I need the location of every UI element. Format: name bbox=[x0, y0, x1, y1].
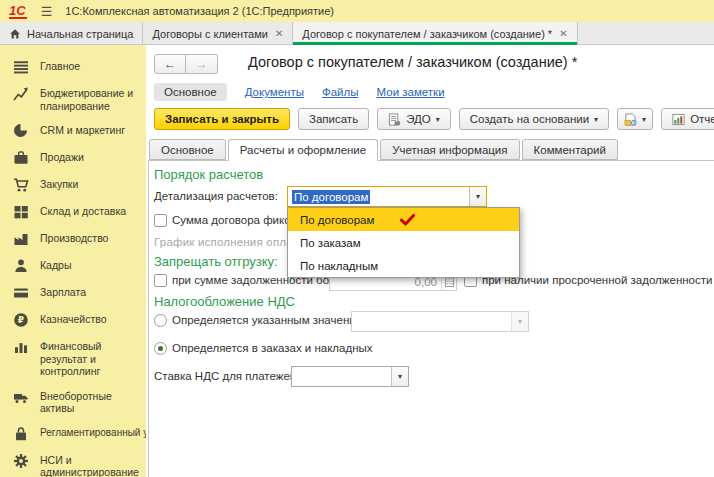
section-sidebar: Главное Бюджетирование и планирование CR… bbox=[0, 45, 146, 477]
dropdown-option-label: По заказам bbox=[300, 237, 361, 249]
tab-contracts-label: Договоры с клиентами bbox=[152, 28, 267, 40]
edo-button[interactable]: ЭДО ▾ bbox=[377, 108, 451, 130]
chevron-down-icon[interactable]: ▾ bbox=[511, 312, 528, 331]
back-button[interactable]: ← bbox=[154, 54, 186, 74]
nav-documents-link[interactable]: Документы bbox=[245, 86, 304, 98]
sales-icon bbox=[13, 150, 30, 166]
dropdown-option-label: По накладным bbox=[300, 260, 378, 272]
edo-label: ЭДО bbox=[406, 113, 431, 125]
sidebar-item-warehouse[interactable]: Склад и доставка bbox=[0, 199, 146, 226]
tab-contract-new[interactable]: Договор с покупателем / заказчиком (созд… bbox=[293, 22, 577, 45]
chevron-down-icon[interactable]: ▾ bbox=[391, 367, 408, 386]
vat-heading: Налогообложение НДС bbox=[154, 294, 295, 309]
sidebar-item-label: Казначейство bbox=[40, 313, 142, 326]
file-icon bbox=[624, 113, 637, 126]
main-content: ← → Договор с покупателем / заказчиком (… bbox=[146, 45, 714, 477]
nav-main[interactable]: Основное bbox=[154, 83, 227, 101]
production-icon bbox=[13, 231, 30, 247]
1c-logo: 1С bbox=[9, 4, 27, 19]
tab-home-label: Начальная страница bbox=[27, 28, 133, 40]
sidebar-item-admin[interactable]: НСИ и администрирование bbox=[0, 448, 146, 477]
vat-specified-radio-label: Определяется указанным значением bbox=[172, 314, 370, 326]
vat-in-orders-radio[interactable] bbox=[154, 342, 167, 355]
save-and-close-button[interactable]: Записать и закрыть bbox=[154, 108, 290, 130]
salary-icon bbox=[13, 285, 30, 301]
tab-calculations[interactable]: Расчеты и оформление bbox=[228, 139, 379, 161]
detail-label: Детализация расчетов: bbox=[154, 190, 278, 202]
tab-comment[interactable]: Комментарий bbox=[522, 139, 618, 160]
app-title: 1С:Комплексная автоматизация 2 (1С:Предп… bbox=[65, 5, 334, 17]
forward-button[interactable]: → bbox=[186, 54, 218, 74]
chevron-down-icon[interactable]: ▾ bbox=[469, 187, 486, 206]
sidebar-item-label: Производство bbox=[40, 232, 142, 245]
tab-accounting-info[interactable]: Учетная информация bbox=[380, 139, 519, 160]
sidebar-item-label: CRM и маркетинг bbox=[40, 124, 142, 137]
tab-contract-new-label: Договор с покупателем / заказчиком (созд… bbox=[302, 28, 552, 40]
reports-icon bbox=[672, 113, 685, 126]
sidebar-item-sales[interactable]: Продажи bbox=[0, 145, 146, 172]
detail-dropdown-list: По договорам По заказам По накладным bbox=[287, 207, 520, 278]
dropdown-option-by-contracts[interactable]: По договорам bbox=[288, 208, 519, 231]
sidebar-item-finresult[interactable]: Финансовый результат и контроллинг bbox=[0, 334, 146, 384]
form-toolbar: Записать и закрыть Записать ЭДО ▾ Создат… bbox=[154, 108, 714, 130]
sidebar-item-regaccounting[interactable]: Регламентированный учет bbox=[0, 421, 146, 448]
purchases-icon bbox=[13, 177, 30, 193]
vat-specified-combobox[interactable]: ▾ bbox=[351, 311, 529, 332]
form-nav: Основное Документы Файлы Мои заметки bbox=[154, 83, 445, 101]
tab-accounting-info-label: Учетная информация bbox=[392, 144, 507, 156]
tab-home[interactable]: Начальная страница bbox=[0, 22, 143, 45]
sidebar-item-label: Финансовый результат и контроллинг bbox=[40, 340, 142, 378]
sidebar-item-label: Бюджетирование и планирование bbox=[40, 87, 142, 112]
edo-document-icon bbox=[388, 113, 401, 126]
attach-file-button[interactable]: ▾ bbox=[617, 108, 653, 130]
home-icon bbox=[9, 28, 21, 40]
close-icon[interactable]: ✕ bbox=[275, 29, 283, 39]
tab-contracts[interactable]: Договоры с клиентами ✕ bbox=[143, 22, 293, 45]
sidebar-item-label: Главное bbox=[40, 60, 142, 73]
treasury-icon: ₽ bbox=[13, 312, 30, 328]
reports-button[interactable]: Отчеты ▾ bbox=[661, 108, 714, 130]
chevron-down-icon: ▾ bbox=[594, 115, 598, 124]
sidebar-item-label: НСИ и администрирование bbox=[40, 454, 142, 477]
chevron-down-icon: ▾ bbox=[642, 115, 646, 124]
title-bar: 1С ☰ 1С:Комплексная автоматизация 2 (1С:… bbox=[0, 0, 714, 22]
hr-icon bbox=[13, 258, 30, 274]
chevron-down-icon: ▾ bbox=[436, 115, 440, 124]
dropdown-option-label: По договорам bbox=[300, 214, 374, 226]
nav-notes-link[interactable]: Мои заметки bbox=[377, 86, 445, 98]
assets-icon bbox=[13, 389, 30, 405]
close-icon[interactable]: ✕ bbox=[559, 29, 567, 39]
sidebar-item-treasury[interactable]: ₽ Казначейство bbox=[0, 307, 146, 334]
sidebar-item-production[interactable]: Производство bbox=[0, 226, 146, 253]
fixed-sum-checkbox[interactable] bbox=[154, 214, 167, 227]
sidebar-item-budgeting[interactable]: Бюджетирование и планирование bbox=[0, 81, 146, 118]
tab-main[interactable]: Основное bbox=[149, 139, 226, 160]
vat-specified-radio[interactable] bbox=[154, 314, 167, 327]
sidebar-item-label: Продажи bbox=[40, 151, 142, 164]
nav-files-link[interactable]: Файлы bbox=[322, 86, 359, 98]
payment-order-heading: Порядок расчетов bbox=[154, 167, 263, 182]
save-and-close-label: Записать и закрыть bbox=[165, 113, 279, 125]
main-menu-icon[interactable]: ☰ bbox=[41, 4, 53, 19]
sidebar-item-label: Склад и доставка bbox=[40, 205, 142, 218]
sidebar-item-hr[interactable]: Кадры bbox=[0, 253, 146, 280]
dropdown-option-by-orders[interactable]: По заказам bbox=[288, 231, 519, 254]
sidebar-item-main[interactable]: Главное bbox=[0, 54, 146, 81]
sidebar-item-purchases[interactable]: Закупки bbox=[0, 172, 146, 199]
history-nav: ← → bbox=[154, 54, 218, 74]
create-based-on-button[interactable]: Создать на основании ▾ bbox=[459, 108, 609, 130]
sidebar-item-salary[interactable]: Зарплата bbox=[0, 280, 146, 307]
detail-combobox[interactable]: По договорам ▾ bbox=[287, 186, 487, 207]
admin-gear-icon bbox=[13, 453, 30, 469]
debt-amount-checkbox[interactable] bbox=[154, 274, 167, 287]
dropdown-option-by-invoices[interactable]: По накладным bbox=[288, 254, 519, 277]
save-button[interactable]: Записать bbox=[298, 108, 369, 130]
vat-rate-combobox[interactable]: ▾ bbox=[291, 366, 409, 387]
sidebar-item-crm[interactable]: CRM и маркетинг bbox=[0, 118, 146, 145]
tab-calculations-label: Расчеты и оформление bbox=[240, 144, 367, 156]
sidebar-item-assets[interactable]: Внеоборотные активы bbox=[0, 384, 146, 421]
create-based-on-label: Создать на основании bbox=[470, 113, 589, 125]
budgeting-icon bbox=[13, 86, 30, 102]
form-tab-strip: Основное Расчеты и оформление Учетная ин… bbox=[149, 139, 620, 161]
save-label: Записать bbox=[309, 113, 358, 125]
